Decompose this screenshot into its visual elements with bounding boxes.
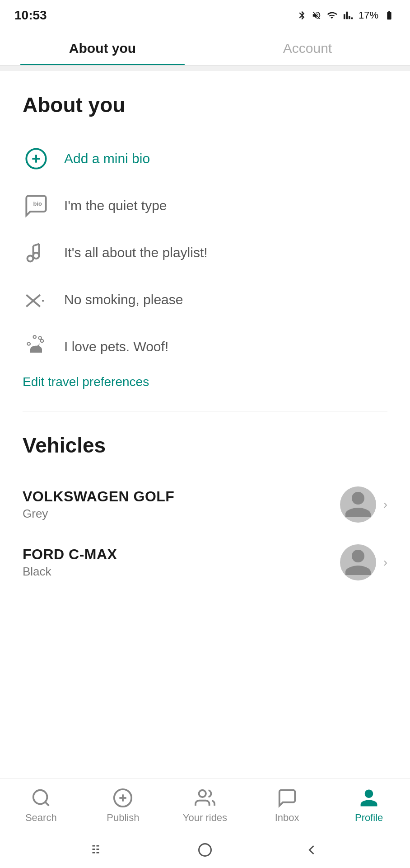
vehicle-ford-cmax[interactable]: FORD C-MAX Black › (23, 533, 387, 591)
nav-rides[interactable]: Your rides (164, 778, 246, 832)
vehicle-color-ford: Black (23, 565, 340, 579)
pets-label: I love pets. Woof! (64, 339, 168, 354)
vehicle-chevron-vw: › (383, 497, 387, 512)
vehicle-right-ford: › (340, 544, 387, 580)
vehicle-color-vw: Grey (23, 507, 340, 521)
nav-publish-label: Publish (107, 812, 139, 824)
content-divider (23, 411, 387, 411)
wifi-icon (326, 10, 338, 20)
signal-icon (342, 10, 354, 20)
vehicle-info-ford: FORD C-MAX Black (23, 546, 340, 579)
profile-icon (359, 788, 379, 808)
vehicle-avatar-ford (340, 544, 376, 580)
inbox-icon (277, 788, 298, 808)
vehicles-title: Vehicles (23, 433, 387, 458)
no-smoking-label: No smoking, please (64, 292, 183, 307)
svg-text:bio: bio (33, 200, 42, 207)
nav-search-label: Search (25, 812, 57, 824)
battery-icon (383, 10, 396, 20)
svg-rect-23 (97, 852, 99, 854)
search-icon (31, 788, 51, 808)
add-bio-button[interactable]: Add a mini bio (23, 135, 387, 182)
svg-rect-21 (97, 849, 99, 850)
pref-pets[interactable]: I love pets. Woof! (23, 323, 387, 370)
section-divider (0, 66, 410, 71)
music-label: It's all about the playlist! (64, 245, 208, 260)
vehicle-vw-golf[interactable]: VOLKSWAGEN GOLF Grey › (23, 476, 387, 533)
system-nav (0, 832, 410, 868)
nav-profile-label: Profile (355, 812, 383, 824)
pref-quiet[interactable]: bio I'm the quiet type (23, 182, 387, 229)
nav-search[interactable]: Search (0, 778, 82, 832)
svg-line-13 (45, 802, 49, 806)
nav-profile[interactable]: Profile (328, 778, 410, 832)
pref-no-smoking[interactable]: No smoking, please (23, 276, 387, 323)
nav-rides-label: Your rides (183, 812, 227, 824)
edit-travel-preferences-link[interactable]: Edit travel preferences (23, 375, 149, 389)
vehicle-right-vw: › (340, 486, 387, 523)
vehicle-chevron-ford: › (383, 555, 387, 570)
tab-about-you[interactable]: About you (0, 28, 205, 65)
about-you-title: About you (23, 93, 387, 117)
svg-point-12 (33, 790, 47, 804)
mute-icon (312, 10, 321, 20)
svg-rect-20 (93, 849, 95, 850)
sys-nav-menu[interactable] (90, 842, 107, 858)
nav-inbox[interactable]: Inbox (246, 778, 328, 832)
quiet-label: I'm the quiet type (64, 198, 167, 213)
music-icon (23, 239, 50, 266)
rides-icon (195, 788, 215, 808)
svg-point-7 (28, 256, 33, 262)
no-smoking-icon (23, 286, 50, 313)
add-bio-icon (23, 145, 50, 172)
status-icons: 17% (297, 9, 396, 21)
svg-point-24 (199, 844, 211, 856)
vehicle-avatar-vw (340, 486, 376, 523)
main-content: About you Add a mini bio bio I'm the qui… (0, 71, 410, 591)
svg-point-8 (33, 253, 39, 259)
nav-publish[interactable]: Publish (82, 778, 164, 832)
battery-text: 17% (359, 9, 378, 21)
sys-nav-home[interactable] (197, 842, 213, 858)
pref-music[interactable]: It's all about the playlist! (23, 229, 387, 276)
vehicle-name-ford: FORD C-MAX (23, 546, 340, 563)
svg-rect-19 (97, 845, 99, 847)
pets-icon (23, 333, 50, 360)
tab-account[interactable]: Account (205, 28, 410, 65)
nav-inbox-label: Inbox (275, 812, 299, 824)
sys-nav-back[interactable] (303, 842, 320, 858)
status-bar: 10:53 17% (0, 0, 410, 28)
bottom-nav-wrapper: Search Publish Your rides (0, 778, 410, 868)
publish-icon (112, 788, 133, 808)
chat-bubble-icon: bio (23, 192, 50, 219)
status-time: 10:53 (14, 8, 47, 23)
tab-header: About you Account (0, 28, 410, 66)
add-bio-label: Add a mini bio (64, 151, 150, 166)
svg-point-17 (199, 790, 206, 797)
bluetooth-icon (297, 10, 307, 20)
vehicle-info-vw: VOLKSWAGEN GOLF Grey (23, 488, 340, 521)
app-nav: Search Publish Your rides (0, 778, 410, 832)
svg-rect-22 (93, 852, 95, 854)
vehicle-name-vw: VOLKSWAGEN GOLF (23, 488, 340, 505)
bottom-spacer (0, 591, 410, 700)
svg-rect-18 (93, 845, 95, 847)
